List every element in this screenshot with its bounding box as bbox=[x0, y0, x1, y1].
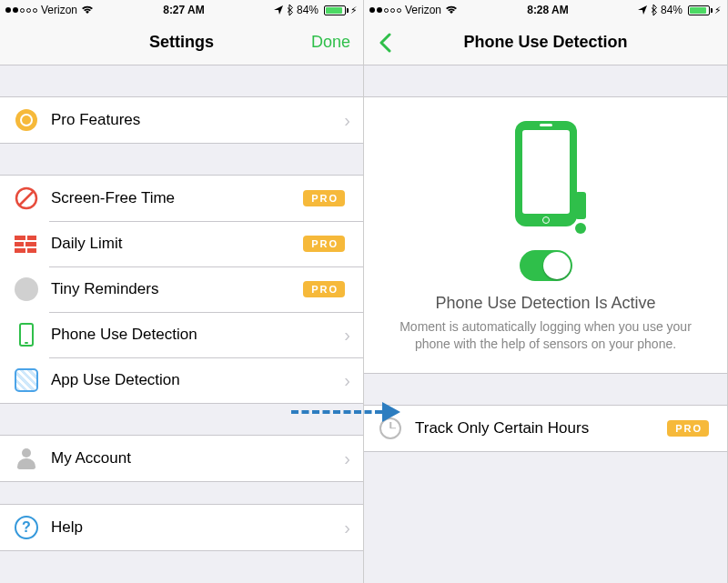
row-label: Pro Features bbox=[51, 111, 344, 129]
phone-outline-icon bbox=[13, 321, 40, 348]
carrier-label: Verizon bbox=[41, 4, 77, 16]
app-grid-icon bbox=[13, 367, 40, 394]
pro-badge: PRO bbox=[303, 281, 345, 297]
row-label: Screen-Free Time bbox=[51, 189, 303, 207]
row-track-certain-hours[interactable]: Track Only Certain Hours PRO bbox=[364, 406, 727, 451]
status-bar: Verizon 8:28 AM 84% ⚡︎ bbox=[364, 0, 727, 20]
detection-toggle[interactable] bbox=[520, 250, 572, 281]
pro-features-icon bbox=[13, 106, 40, 134]
chevron-right-icon: › bbox=[344, 448, 350, 469]
help-icon: ? bbox=[13, 514, 40, 541]
chevron-right-icon: › bbox=[344, 110, 350, 131]
row-label: Track Only Certain Hours bbox=[415, 419, 667, 437]
exclamation-icon bbox=[575, 192, 586, 234]
done-button[interactable]: Done bbox=[311, 33, 350, 52]
bluetooth-icon bbox=[287, 5, 293, 15]
pro-badge: PRO bbox=[667, 420, 709, 437]
row-help[interactable]: ? Help › bbox=[0, 505, 363, 550]
brick-wall-icon bbox=[13, 230, 40, 257]
row-tiny-reminders[interactable]: Tiny Reminders PRO bbox=[0, 266, 363, 312]
clock-label: 8:28 AM bbox=[527, 4, 569, 16]
row-label: Help bbox=[51, 518, 344, 537]
wifi-icon bbox=[81, 5, 94, 15]
row-screen-free-time[interactable]: Screen-Free Time PRO bbox=[0, 176, 363, 221]
svg-point-2 bbox=[22, 116, 31, 125]
chat-bubble-icon bbox=[13, 276, 40, 303]
chevron-right-icon: › bbox=[344, 325, 350, 346]
phone-illustration-icon bbox=[515, 121, 577, 226]
signal-strength-icon bbox=[5, 7, 37, 13]
row-label: App Use Detection bbox=[51, 371, 344, 389]
row-app-use-detection[interactable]: App Use Detection › bbox=[0, 357, 363, 403]
wifi-icon bbox=[445, 5, 458, 15]
row-daily-limit[interactable]: Daily Limit PRO bbox=[0, 221, 363, 266]
location-icon bbox=[274, 5, 283, 15]
status-bar: Verizon 8:27 AM 84% ⚡︎ bbox=[0, 0, 363, 20]
settings-screen: Verizon 8:27 AM 84% ⚡︎ Settings Done bbox=[0, 0, 364, 583]
pro-badge: PRO bbox=[303, 236, 345, 252]
hero-description: Moment is automatically logging when you… bbox=[382, 318, 709, 353]
page-title: Settings bbox=[149, 33, 214, 52]
nav-bar: Phone Use Detection bbox=[364, 20, 727, 65]
row-phone-use-detection[interactable]: Phone Use Detection › bbox=[0, 312, 363, 357]
detection-hero: Phone Use Detection Is Active Moment is … bbox=[364, 96, 727, 374]
annotation-arrow-icon bbox=[291, 401, 400, 423]
page-title: Phone Use Detection bbox=[463, 33, 627, 52]
battery-pct-label: 84% bbox=[661, 4, 682, 16]
clock-label: 8:27 AM bbox=[163, 4, 205, 16]
row-my-account[interactable]: My Account › bbox=[0, 436, 363, 481]
row-label: Phone Use Detection bbox=[51, 326, 344, 344]
row-label: Tiny Reminders bbox=[51, 280, 303, 298]
bluetooth-icon bbox=[651, 5, 657, 15]
battery-pct-label: 84% bbox=[297, 4, 318, 16]
back-button[interactable] bbox=[371, 29, 399, 56]
pro-badge: PRO bbox=[303, 190, 345, 206]
row-pro-features[interactable]: Pro Features › bbox=[0, 97, 363, 143]
svg-line-4 bbox=[19, 191, 34, 206]
hero-heading: Phone Use Detection Is Active bbox=[382, 294, 709, 313]
phone-use-detection-screen: Verizon 8:28 AM 84% ⚡︎ Phone Use Detecti… bbox=[364, 0, 728, 583]
battery-icon: ⚡︎ bbox=[322, 5, 358, 16]
nav-bar: Settings Done bbox=[0, 20, 363, 65]
chevron-right-icon: › bbox=[344, 518, 350, 538]
row-label: My Account bbox=[51, 449, 344, 467]
battery-icon: ⚡︎ bbox=[686, 5, 722, 16]
location-icon bbox=[638, 5, 647, 15]
row-label: Daily Limit bbox=[51, 235, 303, 253]
no-sign-icon bbox=[13, 185, 40, 212]
chevron-right-icon: › bbox=[344, 370, 350, 391]
signal-strength-icon bbox=[369, 7, 401, 13]
person-icon bbox=[13, 445, 40, 472]
carrier-label: Verizon bbox=[405, 4, 441, 16]
